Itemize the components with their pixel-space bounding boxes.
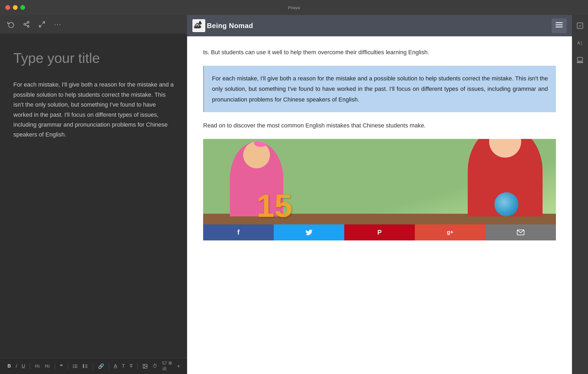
googleplus-icon: g+ (447, 229, 453, 235)
more-icon[interactable]: ··· (54, 20, 61, 29)
svg-line-3 (25, 25, 27, 26)
separator-1 (30, 363, 30, 369)
image-globe (494, 192, 519, 216)
image-button[interactable] (142, 364, 148, 369)
svg-rect-28 (578, 57, 583, 61)
link-button[interactable]: 🔗 (98, 363, 104, 369)
editor-section: ··· Type your title For each mistake, I'… (0, 15, 187, 374)
h2-button[interactable]: H2 (45, 364, 50, 369)
browser-pane: 🏕 Being Nomad ts. But students can use i… (187, 15, 572, 374)
word-count-chevron[interactable]: ▾ (177, 364, 180, 369)
hamburger-menu-button[interactable] (552, 18, 567, 33)
minimize-button[interactable] (13, 5, 18, 10)
editor-content-area[interactable]: Type your title For each mistake, I'll g… (0, 34, 187, 374)
format-bar: B i U H1 H2 ❝ (0, 358, 187, 374)
facebook-share-button[interactable]: f (203, 224, 274, 240)
strikethrough-button[interactable]: T (130, 363, 133, 369)
browser-intro-paragraph: ts. But students can use it well to help… (203, 47, 556, 58)
browser-highlighted-paragraph: For each mistake, I'll give both a reaso… (203, 66, 556, 112)
editor-toolbar: ··· (0, 15, 187, 34)
pinterest-share-button[interactable]: P (344, 224, 415, 240)
separator-6 (137, 363, 138, 369)
highlight-text-button[interactable]: A (114, 363, 117, 369)
logo-icon: 🏕 (192, 19, 205, 32)
title-bar: Pitaya (0, 0, 588, 15)
share-icon[interactable] (23, 21, 30, 28)
svg-point-20 (144, 365, 145, 366)
italic-button[interactable]: i (16, 363, 17, 369)
googleplus-share-button[interactable]: g+ (415, 224, 485, 240)
svg-line-5 (42, 22, 45, 24)
separator-5 (109, 363, 109, 369)
separator-4 (93, 363, 93, 369)
ordered-list-button[interactable]: 1 2 3 (83, 364, 88, 369)
svg-point-11 (73, 366, 74, 367)
pinterest-icon: P (377, 229, 382, 236)
editor-body-text[interactable]: For each mistake, I'll give both a reaso… (13, 80, 174, 139)
svg-line-6 (39, 25, 41, 27)
separator-2 (55, 363, 55, 369)
underline-button[interactable]: U (22, 363, 25, 369)
twitter-share-button[interactable] (274, 224, 344, 240)
fullscreen-icon[interactable] (38, 21, 45, 28)
svg-text:3: 3 (83, 366, 84, 368)
text-style-button[interactable]: T (122, 363, 125, 369)
quote-button[interactable]: ❝ (60, 363, 63, 369)
svg-point-12 (73, 367, 74, 368)
app-title: Pitaya (288, 5, 300, 10)
editor-title-placeholder[interactable]: Type your title (13, 50, 174, 66)
right-sidebar: A| (572, 15, 588, 374)
fullscreen-button[interactable] (20, 5, 25, 10)
bold-button[interactable]: B (7, 363, 11, 369)
browser-article-image: 15 知乎 @可口可爱的瞌睡宝宝 f P g+ (203, 139, 556, 240)
separator-3 (68, 363, 68, 369)
unordered-list-button[interactable] (73, 364, 78, 369)
browser-navbar: 🏕 Being Nomad (187, 15, 572, 36)
close-button[interactable] (5, 5, 10, 10)
browser-content-area: ts. But students can use it well to help… (187, 36, 572, 374)
checkbox-tool[interactable] (575, 20, 585, 31)
email-share-button[interactable] (485, 224, 556, 240)
h1-button[interactable]: H1 (35, 364, 40, 369)
word-count-display: 57 单词 ▾ (162, 361, 180, 372)
timer-button[interactable]: ⏱ (153, 363, 157, 369)
traffic-lights (5, 5, 25, 10)
refresh-icon[interactable] (7, 21, 14, 28)
svg-line-4 (25, 23, 27, 24)
image-number-overlay: 15 (257, 190, 292, 222)
social-share-bar: f P g+ (203, 224, 556, 240)
stamp-tool[interactable] (575, 54, 585, 65)
formula-tool[interactable]: A| (575, 37, 585, 48)
svg-point-10 (73, 365, 74, 365)
svg-rect-29 (577, 62, 583, 63)
svg-text:🏕: 🏕 (194, 21, 202, 29)
browser-read-on-paragraph: Read on to discover the most common Engl… (203, 120, 556, 131)
site-name: Being Nomad (207, 22, 253, 30)
site-logo: 🏕 Being Nomad (192, 19, 547, 32)
